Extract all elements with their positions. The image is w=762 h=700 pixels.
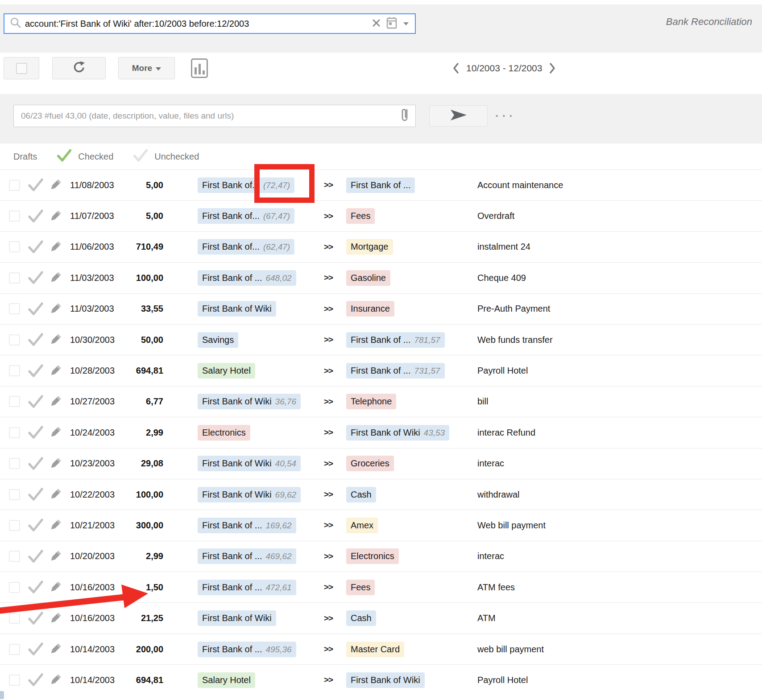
edit-button[interactable] <box>48 673 63 687</box>
check-button[interactable] <box>27 426 44 439</box>
row-checkbox[interactable] <box>9 489 20 500</box>
calendar-icon[interactable] <box>386 16 397 31</box>
tab-unchecked[interactable]: Unchecked <box>154 152 199 162</box>
row-checkbox[interactable] <box>9 427 20 438</box>
from-account-tag[interactable]: First Bank of...(72,47) <box>198 177 294 193</box>
more-button[interactable]: More <box>118 57 175 79</box>
from-account-tag[interactable]: First Bank of...(67,47) <box>198 208 294 224</box>
to-account-tag[interactable]: Telephone <box>346 394 396 409</box>
edit-button[interactable] <box>48 487 63 502</box>
from-account-tag[interactable]: First Bank of ...469,62 <box>198 548 296 564</box>
search-box[interactable]: account:'First Bank of Wiki' after:10/20… <box>4 13 416 34</box>
edit-button[interactable] <box>48 611 63 626</box>
from-account-tag[interactable]: Electronics <box>198 425 250 441</box>
clear-search-icon[interactable] <box>373 19 380 29</box>
edit-button[interactable] <box>48 425 63 440</box>
prev-period-icon[interactable] <box>453 63 459 74</box>
to-account-tag[interactable]: First Bank of ...781,57 <box>346 332 445 348</box>
edit-button[interactable] <box>48 209 63 223</box>
check-button[interactable] <box>27 240 44 254</box>
to-account-tag[interactable]: Electronics <box>346 548 399 564</box>
to-account-tag[interactable]: Fees <box>346 580 375 595</box>
from-account-tag[interactable]: First Bank of...(62,47) <box>198 239 294 255</box>
from-account-tag[interactable]: First Bank of ...495,36 <box>198 642 296 657</box>
row-checkbox[interactable] <box>9 675 20 686</box>
edit-button[interactable] <box>48 302 63 316</box>
edit-button[interactable] <box>48 395 63 409</box>
edit-button[interactable] <box>48 333 63 347</box>
next-period-icon[interactable] <box>549 63 555 74</box>
edit-button[interactable] <box>48 271 63 285</box>
check-button[interactable] <box>27 550 44 563</box>
check-button[interactable] <box>27 333 44 346</box>
from-account-tag[interactable]: First Bank of Wiki69,62 <box>198 487 301 502</box>
row-checkbox[interactable] <box>9 613 20 624</box>
from-account-tag[interactable]: Salary Hotel <box>198 363 255 379</box>
select-all-button[interactable] <box>4 57 39 79</box>
row-checkbox[interactable] <box>9 551 20 562</box>
row-checkbox[interactable] <box>9 272 20 284</box>
to-account-tag[interactable]: Cash <box>346 487 376 502</box>
row-checkbox[interactable] <box>9 334 20 346</box>
tab-checked[interactable]: Checked <box>78 152 113 162</box>
row-checkbox[interactable] <box>9 365 20 376</box>
check-button[interactable] <box>27 519 44 532</box>
check-button[interactable] <box>27 488 44 501</box>
from-account-tag[interactable]: First Bank of ...472,61 <box>198 580 296 595</box>
calendar-dropdown-icon[interactable] <box>403 22 409 25</box>
from-account-tag[interactable]: First Bank of Wiki <box>198 301 276 317</box>
entry-more-button[interactable]: ··· <box>495 105 516 127</box>
row-checkbox[interactable] <box>9 180 20 191</box>
row-checkbox[interactable] <box>9 396 20 407</box>
to-account-tag[interactable]: Insurance <box>346 301 394 317</box>
row-checkbox[interactable] <box>9 582 20 593</box>
check-button[interactable] <box>27 612 44 625</box>
search-input[interactable]: account:'First Bank of Wiki' after:10/20… <box>25 19 373 29</box>
attach-icon[interactable] <box>400 107 410 124</box>
to-account-tag[interactable]: Cash <box>346 610 376 626</box>
check-button[interactable] <box>27 178 44 192</box>
edit-button[interactable] <box>48 240 63 254</box>
from-account-tag[interactable]: First Bank of ...169,62 <box>198 518 296 533</box>
from-account-tag[interactable]: First Bank of Wiki <box>198 610 276 626</box>
edit-button[interactable] <box>48 364 63 378</box>
check-button[interactable] <box>27 457 44 470</box>
edit-button[interactable] <box>48 549 63 564</box>
check-button[interactable] <box>27 210 44 223</box>
to-account-tag[interactable]: Gasoline <box>346 270 390 286</box>
row-checkbox[interactable] <box>9 241 20 252</box>
send-button[interactable] <box>429 105 488 127</box>
to-account-tag[interactable]: First Bank of ...731,57 <box>346 363 445 379</box>
from-account-tag[interactable]: First Bank of Wiki36,76 <box>198 394 301 409</box>
edit-button[interactable] <box>48 580 63 594</box>
to-account-tag[interactable]: Fees <box>346 208 375 224</box>
edit-button[interactable] <box>48 457 63 471</box>
from-account-tag[interactable]: Savings <box>198 332 238 348</box>
tab-drafts[interactable]: Drafts <box>13 152 37 162</box>
check-button[interactable] <box>27 364 44 378</box>
new-transaction-input[interactable]: 06/23 #fuel 43,00 (date, description, va… <box>13 105 416 127</box>
select-all-checkbox[interactable] <box>16 63 27 74</box>
refresh-button[interactable] <box>52 57 106 79</box>
to-account-tag[interactable]: First Bank of Wiki43,53 <box>346 425 449 441</box>
edit-button[interactable] <box>48 178 63 192</box>
row-checkbox[interactable] <box>9 210 20 222</box>
from-account-tag[interactable]: Salary Hotel <box>198 672 255 688</box>
check-button[interactable] <box>27 302 44 316</box>
to-account-tag[interactable]: First Bank of Wiki <box>346 672 425 688</box>
to-account-tag[interactable]: Amex <box>346 518 378 533</box>
to-account-tag[interactable]: Master Card <box>346 642 404 657</box>
edit-button[interactable] <box>48 518 63 532</box>
check-button[interactable] <box>27 395 44 408</box>
check-button[interactable] <box>27 581 44 594</box>
check-button[interactable] <box>27 271 44 284</box>
check-button[interactable] <box>27 642 44 656</box>
row-checkbox[interactable] <box>9 644 20 655</box>
from-account-tag[interactable]: First Bank of ...648,02 <box>198 270 296 286</box>
to-account-tag[interactable]: Mortgage <box>346 239 393 255</box>
row-checkbox[interactable] <box>9 303 20 314</box>
to-account-tag[interactable]: First Bank of ... <box>346 177 415 193</box>
to-account-tag[interactable]: Groceries <box>346 456 394 471</box>
edit-button[interactable] <box>48 642 63 656</box>
row-checkbox[interactable] <box>9 520 20 531</box>
